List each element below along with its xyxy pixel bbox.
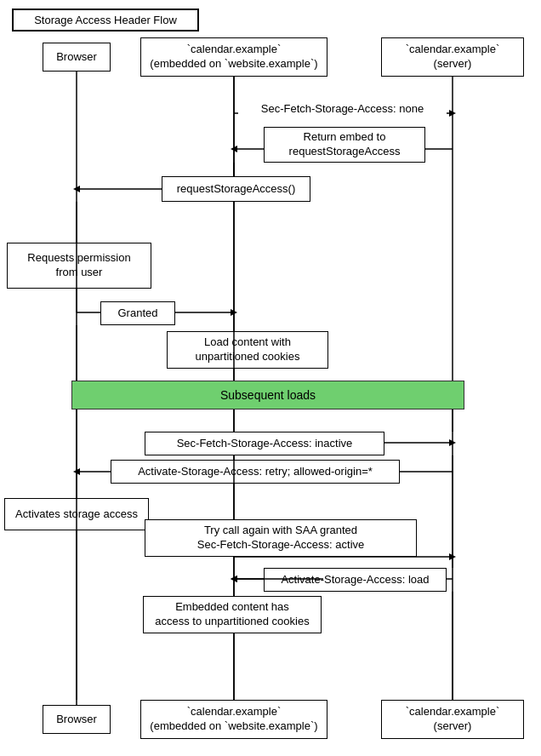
svg-marker-6	[231, 146, 237, 152]
activate-load-label: Activate-Storage-Access: load	[264, 568, 447, 592]
svg-marker-35	[231, 576, 237, 582]
try-call-again-box: Try call again with SAA granted Sec-Fetc…	[145, 519, 417, 557]
load-content-box: Load content with unpartitioned cookies	[167, 331, 328, 369]
embedded-content-box: Embedded content has access to unpartiti…	[143, 596, 322, 633]
calendar-embedded-bottom-actor: `calendar.example` (embedded on `website…	[140, 700, 327, 739]
requests-permission-label: Requests permission from user	[7, 243, 151, 289]
svg-marker-13	[449, 439, 456, 446]
browser-bottom-actor: Browser	[43, 705, 111, 734]
subsequent-loads-bar: Subsequent loads	[71, 381, 464, 410]
diagram: Storage Access Header Flow Browser `cale…	[0, 0, 541, 756]
svg-marker-17	[231, 576, 237, 582]
svg-marker-8	[73, 186, 80, 192]
diagram-title: Storage Access Header Flow	[12, 9, 199, 32]
request-storage-access-box: requestStorageAccess()	[162, 176, 310, 202]
calendar-embedded-top-actor: `calendar.example` (embedded on `website…	[140, 37, 327, 77]
svg-marker-11	[231, 309, 237, 316]
svg-marker-29	[449, 553, 456, 560]
activate-retry-label: Activate-Storage-Access: retry; allowed-…	[111, 460, 400, 484]
return-embed-box: Return embed to requestStorageAccess	[264, 127, 425, 163]
calendar-server-top-actor: `calendar.example` (server)	[381, 37, 524, 77]
sec-fetch-none-label: Sec-Fetch-Storage-Access: none	[238, 102, 447, 117]
calendar-server-bottom-actor: `calendar.example` (server)	[381, 700, 524, 739]
activates-storage-label: Activates storage access	[4, 498, 149, 530]
svg-marker-15	[73, 468, 80, 475]
granted-box: Granted	[100, 301, 175, 325]
browser-top-actor: Browser	[43, 43, 111, 72]
svg-marker-4	[449, 110, 456, 117]
sec-fetch-inactive-label: Sec-Fetch-Storage-Access: inactive	[145, 432, 384, 455]
